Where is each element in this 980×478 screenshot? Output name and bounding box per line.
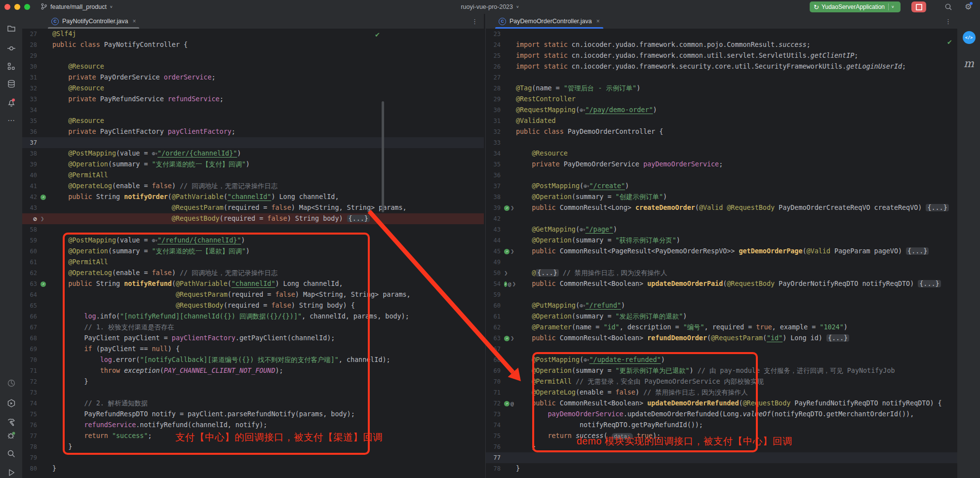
line-number[interactable]: 30 xyxy=(22,63,37,70)
line-number[interactable]: 80 xyxy=(22,465,37,472)
line-number[interactable]: 35 xyxy=(22,118,37,124)
line-number[interactable]: 33 xyxy=(486,139,501,146)
build-hammer-icon[interactable] xyxy=(6,418,16,427)
gutter[interactable]: ↗ xyxy=(37,281,52,287)
line-number[interactable]: 41 xyxy=(22,183,37,190)
line-number[interactable]: 66 xyxy=(22,313,37,320)
line-number[interactable]: 28 xyxy=(486,85,501,92)
line-number[interactable]: 37 xyxy=(486,183,501,190)
line-number[interactable]: 72 xyxy=(22,378,37,385)
line-number[interactable]: 35 xyxy=(486,161,501,168)
line-number[interactable]: 26 xyxy=(486,63,501,70)
line-number[interactable]: 25 xyxy=(486,52,501,59)
line-number[interactable]: 60 xyxy=(22,248,37,255)
git-branch-widget[interactable]: feature/mall_product ∨ xyxy=(40,0,113,14)
line-number[interactable]: 63 xyxy=(486,335,501,342)
run-configuration-widget[interactable]: ↻ YudaoServerApplication ∨ xyxy=(810,1,901,12)
line-number[interactable]: 40 xyxy=(22,172,37,179)
line-number[interactable]: 34 xyxy=(486,150,501,157)
line-number[interactable]: 24 xyxy=(486,41,501,48)
inspections-ok-icon[interactable]: ✔ xyxy=(375,31,380,39)
gutter[interactable]: ↗@ xyxy=(501,400,516,407)
line-number[interactable]: 36 xyxy=(486,172,501,179)
line-number[interactable]: 33 xyxy=(22,96,37,103)
line-number[interactable]: 61 xyxy=(486,313,501,320)
line-number[interactable]: 29 xyxy=(22,52,37,59)
tab-paynotifycontroller[interactable]: C PayNotifyController.java × xyxy=(46,14,141,29)
line-number[interactable]: 67 xyxy=(486,346,501,353)
structure-icon[interactable] xyxy=(6,62,16,71)
debug-icon[interactable] xyxy=(6,431,16,440)
tab-paydemoordercontroller[interactable]: C PayDemoOrderController.java × xyxy=(493,14,605,29)
line-number[interactable]: 69 xyxy=(486,367,501,374)
more-tool-windows-icon[interactable]: ⋯ xyxy=(7,116,15,125)
services-icon[interactable] xyxy=(6,398,16,408)
line-number[interactable]: 71 xyxy=(22,367,37,374)
tab-options-kebab-icon[interactable]: ⋮ xyxy=(945,18,957,25)
line-number[interactable]: 59 xyxy=(22,237,37,244)
line-number[interactable]: 60 xyxy=(486,302,501,309)
ai-chat-icon[interactable]: </> xyxy=(963,31,976,44)
line-number[interactable]: 64 xyxy=(22,291,37,298)
line-number[interactable]: 65 xyxy=(22,302,37,309)
gutter[interactable]: ↗@❯ xyxy=(501,281,516,287)
line-number[interactable]: 77 xyxy=(22,433,37,439)
line-number[interactable]: 70 xyxy=(22,357,37,363)
line-number[interactable]: 68 xyxy=(486,357,501,363)
line-number[interactable]: 79 xyxy=(22,454,37,461)
gutter[interactable]: ↗ xyxy=(37,195,52,200)
line-number[interactable]: 39 xyxy=(486,204,501,211)
line-number[interactable]: 31 xyxy=(22,74,37,81)
line-number[interactable]: 76 xyxy=(486,443,501,450)
line-number[interactable]: 78 xyxy=(486,465,501,472)
folder-icon[interactable] xyxy=(6,24,16,34)
line-number[interactable]: 70 xyxy=(486,378,501,385)
close-icon[interactable]: × xyxy=(596,18,600,25)
line-number[interactable]: 31 xyxy=(486,118,501,124)
line-number[interactable]: 72 xyxy=(486,400,501,407)
line-number[interactable]: 59 xyxy=(486,291,501,298)
stop-button[interactable] xyxy=(911,1,926,12)
run-icon[interactable] xyxy=(6,468,16,478)
code-editor[interactable]: 27@Slf4j28public class PayNotifyControll… xyxy=(22,29,484,478)
commit-icon[interactable] xyxy=(6,44,16,53)
line-number[interactable]: 45 xyxy=(486,248,501,255)
code-editor[interactable]: 2324import static cn.iocoder.yudao.frame… xyxy=(486,29,957,478)
gutter[interactable]: ❯ xyxy=(501,271,516,276)
database-icon[interactable] xyxy=(6,80,16,89)
gutter[interactable]: ❯ xyxy=(37,216,52,221)
profiler-icon[interactable] xyxy=(6,379,16,388)
settings-gear-icon[interactable]: ⚙ xyxy=(965,2,972,11)
notifications-bell-icon[interactable] xyxy=(6,98,16,108)
search-icon[interactable] xyxy=(6,449,16,459)
close-icon[interactable]: × xyxy=(132,18,136,25)
line-number[interactable]: 38 xyxy=(486,194,501,200)
line-number[interactable]: 28 xyxy=(22,41,37,48)
tab-options-kebab-icon[interactable]: ⋮ xyxy=(471,18,484,25)
line-number[interactable]: 77 xyxy=(486,454,501,461)
line-number[interactable]: 42 xyxy=(486,215,501,222)
line-number[interactable]: 71 xyxy=(486,389,501,396)
line-number[interactable]: 29 xyxy=(486,96,501,103)
search-everywhere-icon[interactable] xyxy=(944,3,952,13)
line-number[interactable]: 49 xyxy=(486,259,501,266)
line-number[interactable]: 54 xyxy=(486,280,501,287)
line-number[interactable]: 63 xyxy=(22,280,37,287)
inspections-ok-icon[interactable]: ✔ xyxy=(947,39,952,46)
window-minimize-button[interactable] xyxy=(14,4,20,10)
line-number[interactable]: 39 xyxy=(22,161,37,168)
chevron-down-icon[interactable]: ∨ xyxy=(891,5,895,9)
maven-icon[interactable]: m xyxy=(964,57,974,70)
line-number[interactable]: 27 xyxy=(22,31,37,38)
line-number[interactable]: 78 xyxy=(22,443,37,450)
line-number[interactable]: 32 xyxy=(486,128,501,135)
line-number[interactable]: 68 xyxy=(22,335,37,342)
line-number[interactable]: 75 xyxy=(22,411,37,418)
line-number[interactable]: 43 xyxy=(486,226,501,233)
line-number[interactable]: 73 xyxy=(22,389,37,396)
line-number[interactable]: 36 xyxy=(22,128,37,135)
disabled-breakpoint-icon[interactable]: ⊘ xyxy=(22,215,37,223)
line-number[interactable]: 42 xyxy=(22,194,37,200)
line-number[interactable]: 37 xyxy=(22,139,37,146)
line-number[interactable]: 34 xyxy=(22,107,37,114)
